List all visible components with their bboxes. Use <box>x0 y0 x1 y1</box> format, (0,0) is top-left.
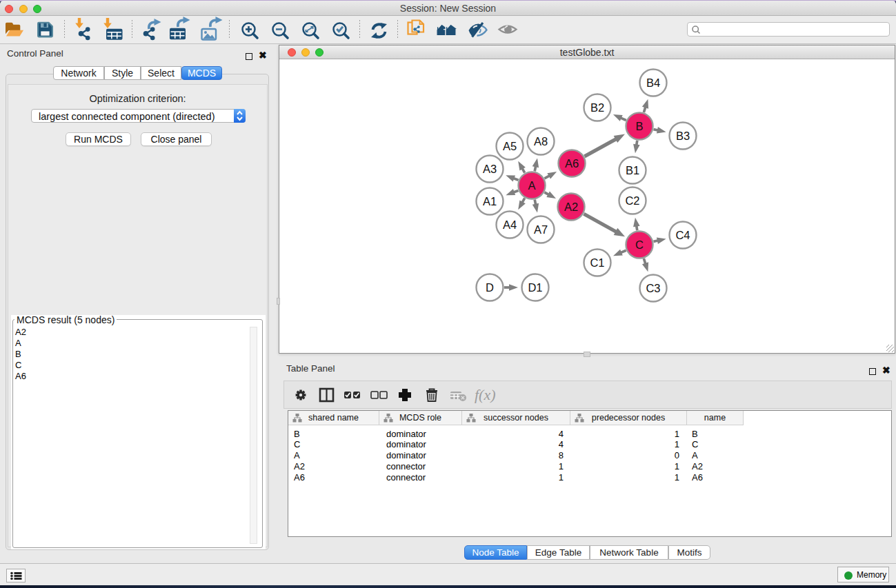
svg-text:B1: B1 <box>626 164 639 176</box>
svg-text:B: B <box>635 120 643 132</box>
svg-text:A: A <box>528 179 535 192</box>
svg-text:A6: A6 <box>565 157 579 170</box>
svg-text:C1: C1 <box>590 256 604 269</box>
svg-text:D1: D1 <box>528 281 542 294</box>
svg-text:A4: A4 <box>503 219 517 231</box>
svg-text:A7: A7 <box>534 223 548 236</box>
svg-text:C4: C4 <box>675 229 690 241</box>
svg-text:B4: B4 <box>646 77 660 89</box>
svg-text:A3: A3 <box>483 163 497 175</box>
svg-text:A1: A1 <box>483 195 497 207</box>
svg-text:f(x): f(x) <box>475 386 496 403</box>
svg-text:C2: C2 <box>625 194 639 207</box>
svg-text:A5: A5 <box>503 140 517 152</box>
svg-text:B2: B2 <box>590 101 604 114</box>
svg-text:D: D <box>486 281 494 294</box>
svg-text:C3: C3 <box>646 282 660 294</box>
svg-text:B3: B3 <box>676 130 690 142</box>
svg-text:A2: A2 <box>564 201 578 213</box>
svg-text:A8: A8 <box>534 135 548 148</box>
svg-text:C: C <box>635 239 644 251</box>
